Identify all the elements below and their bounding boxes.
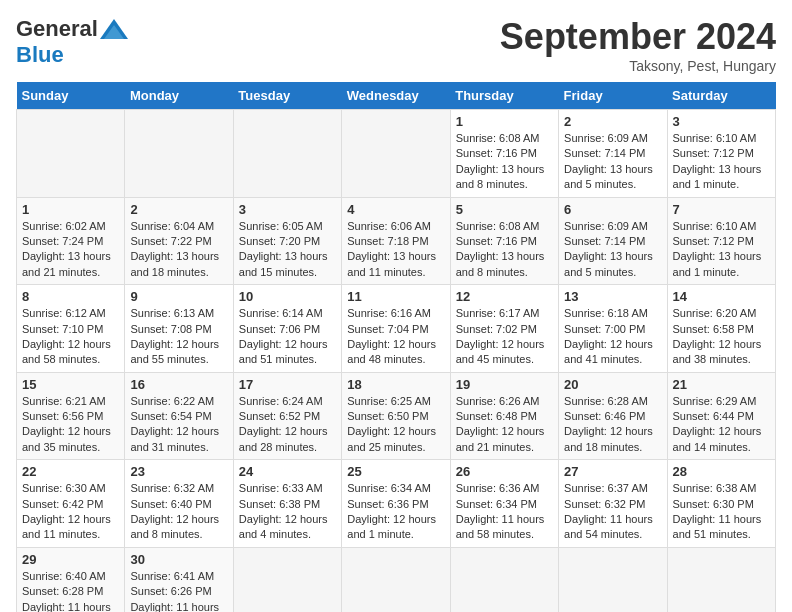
- calendar-table: SundayMondayTuesdayWednesdayThursdayFrid…: [16, 82, 776, 612]
- cell-info: Sunrise: 6:40 AMSunset: 6:28 PMDaylight:…: [22, 569, 119, 612]
- day-number: 29: [22, 552, 119, 567]
- cell-info: Sunrise: 6:18 AMSunset: 7:00 PMDaylight:…: [564, 306, 661, 368]
- calendar-cell: 21Sunrise: 6:29 AMSunset: 6:44 PMDayligh…: [667, 372, 775, 460]
- logo-general-text: General: [16, 16, 98, 42]
- cell-info: Sunrise: 6:08 AMSunset: 7:16 PMDaylight:…: [456, 131, 553, 193]
- calendar-cell: 7Sunrise: 6:10 AMSunset: 7:12 PMDaylight…: [667, 197, 775, 285]
- cell-info: Sunrise: 6:05 AMSunset: 7:20 PMDaylight:…: [239, 219, 336, 281]
- calendar-cell: [342, 547, 450, 612]
- day-number: 4: [347, 202, 444, 217]
- cell-info: Sunrise: 6:34 AMSunset: 6:36 PMDaylight:…: [347, 481, 444, 543]
- calendar-week-row: 1Sunrise: 6:08 AMSunset: 7:16 PMDaylight…: [17, 110, 776, 198]
- cell-info: Sunrise: 6:21 AMSunset: 6:56 PMDaylight:…: [22, 394, 119, 456]
- calendar-cell: [667, 547, 775, 612]
- calendar-cell: 22Sunrise: 6:30 AMSunset: 6:42 PMDayligh…: [17, 460, 125, 548]
- cell-info: Sunrise: 6:30 AMSunset: 6:42 PMDaylight:…: [22, 481, 119, 543]
- calendar-cell: [559, 547, 667, 612]
- calendar-cell: 8Sunrise: 6:12 AMSunset: 7:10 PMDaylight…: [17, 285, 125, 373]
- calendar-cell: 14Sunrise: 6:20 AMSunset: 6:58 PMDayligh…: [667, 285, 775, 373]
- cell-info: Sunrise: 6:10 AMSunset: 7:12 PMDaylight:…: [673, 131, 770, 193]
- cell-info: Sunrise: 6:41 AMSunset: 6:26 PMDaylight:…: [130, 569, 227, 612]
- calendar-cell: [342, 110, 450, 198]
- day-number: 20: [564, 377, 661, 392]
- logo: General Blue: [16, 16, 128, 68]
- calendar-cell: [233, 547, 341, 612]
- day-number: 8: [22, 289, 119, 304]
- day-number: 18: [347, 377, 444, 392]
- cell-info: Sunrise: 6:08 AMSunset: 7:16 PMDaylight:…: [456, 219, 553, 281]
- cell-info: Sunrise: 6:36 AMSunset: 6:34 PMDaylight:…: [456, 481, 553, 543]
- day-number: 17: [239, 377, 336, 392]
- calendar-week-row: 1Sunrise: 6:02 AMSunset: 7:24 PMDaylight…: [17, 197, 776, 285]
- cell-info: Sunrise: 6:20 AMSunset: 6:58 PMDaylight:…: [673, 306, 770, 368]
- calendar-cell: 20Sunrise: 6:28 AMSunset: 6:46 PMDayligh…: [559, 372, 667, 460]
- calendar-week-row: 15Sunrise: 6:21 AMSunset: 6:56 PMDayligh…: [17, 372, 776, 460]
- day-number: 12: [456, 289, 553, 304]
- calendar-cell: 24Sunrise: 6:33 AMSunset: 6:38 PMDayligh…: [233, 460, 341, 548]
- day-number: 25: [347, 464, 444, 479]
- day-number: 5: [456, 202, 553, 217]
- calendar-cell: 6Sunrise: 6:09 AMSunset: 7:14 PMDaylight…: [559, 197, 667, 285]
- month-title: September 2024: [500, 16, 776, 58]
- calendar-cell: 30Sunrise: 6:41 AMSunset: 6:26 PMDayligh…: [125, 547, 233, 612]
- calendar-cell: 1Sunrise: 6:08 AMSunset: 7:16 PMDaylight…: [450, 110, 558, 198]
- cell-info: Sunrise: 6:17 AMSunset: 7:02 PMDaylight:…: [456, 306, 553, 368]
- cell-info: Sunrise: 6:14 AMSunset: 7:06 PMDaylight:…: [239, 306, 336, 368]
- day-header-tuesday: Tuesday: [233, 82, 341, 110]
- day-number: 24: [239, 464, 336, 479]
- calendar-cell: 28Sunrise: 6:38 AMSunset: 6:30 PMDayligh…: [667, 460, 775, 548]
- day-number: 1: [22, 202, 119, 217]
- day-number: 28: [673, 464, 770, 479]
- day-number: 9: [130, 289, 227, 304]
- day-header-wednesday: Wednesday: [342, 82, 450, 110]
- calendar-cell: 3Sunrise: 6:05 AMSunset: 7:20 PMDaylight…: [233, 197, 341, 285]
- calendar-cell: 4Sunrise: 6:06 AMSunset: 7:18 PMDaylight…: [342, 197, 450, 285]
- calendar-cell: 29Sunrise: 6:40 AMSunset: 6:28 PMDayligh…: [17, 547, 125, 612]
- day-number: 10: [239, 289, 336, 304]
- day-number: 27: [564, 464, 661, 479]
- cell-info: Sunrise: 6:06 AMSunset: 7:18 PMDaylight:…: [347, 219, 444, 281]
- day-number: 15: [22, 377, 119, 392]
- day-header-friday: Friday: [559, 82, 667, 110]
- calendar-week-row: 22Sunrise: 6:30 AMSunset: 6:42 PMDayligh…: [17, 460, 776, 548]
- calendar-cell: 10Sunrise: 6:14 AMSunset: 7:06 PMDayligh…: [233, 285, 341, 373]
- cell-info: Sunrise: 6:24 AMSunset: 6:52 PMDaylight:…: [239, 394, 336, 456]
- calendar-cell: 1Sunrise: 6:02 AMSunset: 7:24 PMDaylight…: [17, 197, 125, 285]
- calendar-cell: 25Sunrise: 6:34 AMSunset: 6:36 PMDayligh…: [342, 460, 450, 548]
- day-number: 2: [130, 202, 227, 217]
- calendar-cell: [233, 110, 341, 198]
- logo-blue-text: Blue: [16, 42, 64, 68]
- calendar-cell: 12Sunrise: 6:17 AMSunset: 7:02 PMDayligh…: [450, 285, 558, 373]
- day-number: 30: [130, 552, 227, 567]
- day-number: 19: [456, 377, 553, 392]
- day-number: 11: [347, 289, 444, 304]
- calendar-cell: 16Sunrise: 6:22 AMSunset: 6:54 PMDayligh…: [125, 372, 233, 460]
- day-number: 2: [564, 114, 661, 129]
- calendar-cell: 2Sunrise: 6:04 AMSunset: 7:22 PMDaylight…: [125, 197, 233, 285]
- day-number: 23: [130, 464, 227, 479]
- day-number: 6: [564, 202, 661, 217]
- page-header: General Blue September 2024 Taksony, Pes…: [16, 16, 776, 74]
- calendar-header-row: SundayMondayTuesdayWednesdayThursdayFrid…: [17, 82, 776, 110]
- calendar-cell: 19Sunrise: 6:26 AMSunset: 6:48 PMDayligh…: [450, 372, 558, 460]
- calendar-cell: 26Sunrise: 6:36 AMSunset: 6:34 PMDayligh…: [450, 460, 558, 548]
- calendar-cell: 5Sunrise: 6:08 AMSunset: 7:16 PMDaylight…: [450, 197, 558, 285]
- calendar-week-row: 29Sunrise: 6:40 AMSunset: 6:28 PMDayligh…: [17, 547, 776, 612]
- cell-info: Sunrise: 6:16 AMSunset: 7:04 PMDaylight:…: [347, 306, 444, 368]
- calendar-cell: 15Sunrise: 6:21 AMSunset: 6:56 PMDayligh…: [17, 372, 125, 460]
- calendar-cell: [125, 110, 233, 198]
- calendar-cell: 11Sunrise: 6:16 AMSunset: 7:04 PMDayligh…: [342, 285, 450, 373]
- day-number: 13: [564, 289, 661, 304]
- location-text: Taksony, Pest, Hungary: [500, 58, 776, 74]
- calendar-cell: 17Sunrise: 6:24 AMSunset: 6:52 PMDayligh…: [233, 372, 341, 460]
- day-number: 14: [673, 289, 770, 304]
- calendar-cell: 23Sunrise: 6:32 AMSunset: 6:40 PMDayligh…: [125, 460, 233, 548]
- day-number: 1: [456, 114, 553, 129]
- cell-info: Sunrise: 6:38 AMSunset: 6:30 PMDaylight:…: [673, 481, 770, 543]
- cell-info: Sunrise: 6:04 AMSunset: 7:22 PMDaylight:…: [130, 219, 227, 281]
- calendar-cell: 27Sunrise: 6:37 AMSunset: 6:32 PMDayligh…: [559, 460, 667, 548]
- cell-info: Sunrise: 6:10 AMSunset: 7:12 PMDaylight:…: [673, 219, 770, 281]
- day-number: 16: [130, 377, 227, 392]
- day-number: 3: [673, 114, 770, 129]
- logo-icon: [100, 19, 128, 39]
